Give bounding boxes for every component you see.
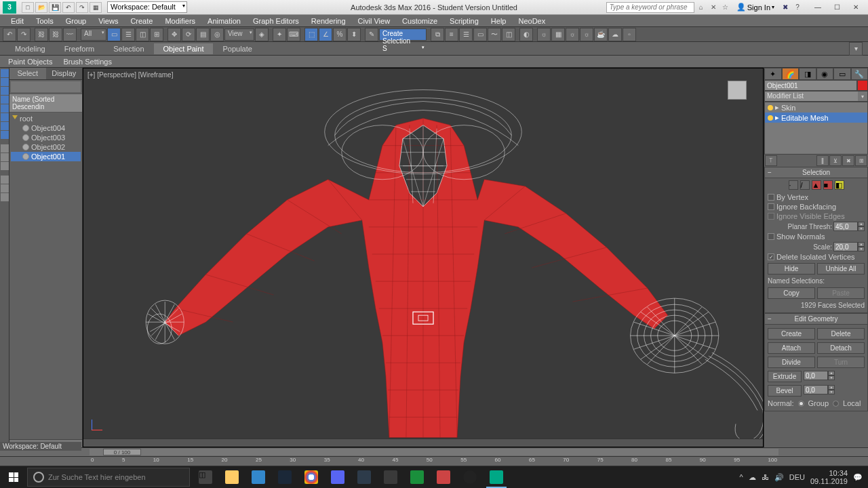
menu-neodex[interactable]: NeoDex (513, 16, 551, 26)
mirror-button[interactable]: ⧉ (431, 28, 444, 41)
ref-coord-dropdown[interactable]: View (224, 28, 254, 41)
language-icon[interactable]: DEU (789, 473, 805, 481)
help-search-input[interactable] (606, 2, 694, 13)
onedrive-icon[interactable]: ☁ (749, 473, 756, 482)
layer-tool-1[interactable] (1, 69, 9, 77)
select-object-button[interactable]: ▭ (107, 28, 121, 41)
spin-up[interactable]: ▲ (858, 222, 865, 226)
layer-tool-4[interactable] (1, 96, 9, 104)
delete-isolated-checkbox[interactable]: ✓ (768, 253, 774, 260)
tree-item-object002[interactable]: Object002 (11, 142, 81, 152)
favorites-icon[interactable]: ☆ (720, 2, 731, 13)
motion-tab[interactable]: ◉ (816, 68, 834, 80)
layer-tool-3[interactable] (1, 87, 9, 95)
ribbon-tab-populate[interactable]: Populate (213, 43, 261, 54)
display-tab[interactable]: ▭ (833, 68, 851, 80)
layer-tool-9[interactable] (1, 144, 9, 152)
scene-tab-select[interactable]: Select (9, 68, 46, 79)
menu-animation[interactable]: Animation (202, 16, 246, 26)
bevel-value-input[interactable] (804, 385, 828, 394)
manipulate-button[interactable]: ✦ (273, 28, 286, 41)
new-file-icon[interactable]: □ (22, 2, 34, 13)
layer-tool-7[interactable] (1, 122, 9, 130)
normals-scale-input[interactable] (833, 242, 858, 251)
close-button[interactable]: ✕ (846, 1, 865, 14)
taskbar-search[interactable]: Zur Suche Text hier eingeben (27, 468, 190, 487)
modifier-list-dropdown[interactable]: ▾ (858, 92, 867, 101)
menu-tools[interactable]: Tools (31, 16, 59, 26)
ribbon-menu-icon[interactable]: ▾ (849, 42, 863, 56)
render-button[interactable]: ☕ (594, 28, 608, 41)
menu-customize[interactable]: Customize (397, 16, 443, 26)
open-autodesk-button[interactable]: ▫ (623, 28, 636, 41)
face-subobj-icon[interactable]: ▲ (812, 180, 821, 190)
layers-button[interactable]: ☰ (459, 28, 473, 41)
polygon-subobj-icon[interactable]: ■ (823, 180, 833, 190)
undo-button[interactable]: ↶ (3, 28, 16, 41)
selection-filter-dropdown[interactable]: All (81, 28, 106, 41)
obs-icon[interactable] (457, 466, 483, 488)
toggle-ribbon-button[interactable]: ▭ (473, 28, 487, 41)
discord-icon[interactable] (325, 466, 351, 488)
app-icon-4[interactable] (431, 466, 456, 488)
delete-button[interactable]: Delete (817, 328, 865, 340)
redo-icon[interactable]: ↷ (76, 2, 88, 13)
task-view-button[interactable]: ◫ (193, 466, 218, 488)
align-button[interactable]: ≡ (445, 28, 458, 41)
scale-button[interactable]: ▤ (196, 28, 210, 41)
viewport-scrollbar-h[interactable] (83, 439, 763, 447)
ribbon-tab-modeling[interactable]: Modeling (5, 43, 55, 54)
material-editor-button[interactable]: ◐ (519, 28, 533, 41)
placement-button[interactable]: ◎ (210, 28, 224, 41)
modifier-skin[interactable]: ▸Skin (765, 102, 867, 113)
menu-help[interactable]: Help (486, 16, 512, 26)
layer-tool-10[interactable] (1, 153, 9, 161)
edit-named-sel-button[interactable]: ✎ (365, 28, 378, 41)
layer-tool-5[interactable] (1, 104, 9, 113)
explorer-icon[interactable] (219, 466, 245, 488)
time-slider-thumb[interactable]: 0 / 100 (103, 449, 141, 455)
tree-item-root[interactable]: root (11, 114, 81, 123)
menu-civil-view[interactable]: Civil View (353, 16, 395, 26)
clock[interactable]: 10:3409.11.2019 (810, 469, 848, 485)
show-normals-checkbox[interactable] (768, 233, 774, 240)
copy-button[interactable]: Copy (768, 287, 815, 299)
by-vertex-checkbox[interactable] (768, 194, 774, 201)
infocenter-icon[interactable]: ⌂ (696, 2, 707, 13)
lightbulb-icon[interactable] (768, 115, 773, 121)
store-icon[interactable] (245, 466, 271, 488)
notifications-icon[interactable]: 💬 (853, 473, 863, 482)
spin-down[interactable]: ▼ (858, 226, 865, 231)
rotate-button[interactable]: ⟳ (182, 28, 195, 41)
signin-button[interactable]: 👤Sign In▾ (732, 3, 778, 12)
menu-views[interactable]: Views (93, 16, 123, 26)
help-icon[interactable]: ? (792, 2, 803, 13)
show-end-result-button[interactable]: ǁ (816, 155, 829, 166)
render-setup-button[interactable]: ☼ (537, 28, 551, 41)
tree-item-object001[interactable]: Object001 (11, 152, 81, 161)
start-button[interactable] (0, 466, 27, 488)
planar-thresh-input[interactable] (833, 222, 858, 231)
app-icon-2[interactable] (378, 466, 403, 488)
volume-icon[interactable]: 🔊 (774, 473, 784, 482)
keyboard-shortcut-button[interactable]: ⌨ (287, 28, 300, 41)
snap-toggle-button[interactable]: ⬚ (304, 28, 318, 41)
hierarchy-tab[interactable]: ◨ (799, 68, 816, 80)
menu-create[interactable]: Create (125, 16, 158, 26)
lightbulb-icon[interactable] (768, 105, 773, 110)
window-crossing-button[interactable]: ⊞ (150, 28, 163, 41)
modifier-stack[interactable]: ▸Skin▸Editable Mesh (764, 102, 868, 155)
selection-rollout-header[interactable]: Selection (765, 167, 867, 178)
angle-snap-button[interactable]: ∠ (319, 28, 332, 41)
minimize-button[interactable]: — (808, 1, 827, 14)
object-color-swatch[interactable] (857, 80, 868, 91)
layer-tool-13[interactable] (1, 184, 9, 192)
curve-editor-button[interactable]: 〜 (488, 28, 501, 41)
remove-modifier-button[interactable]: ✖ (842, 155, 854, 166)
detach-button[interactable]: Detach (817, 342, 865, 354)
pin-stack-button[interactable]: ⟙ (765, 155, 777, 166)
extrude-button[interactable]: Extrude (768, 371, 802, 382)
layer-tool-8[interactable] (1, 131, 9, 139)
layer-tool-11[interactable] (1, 162, 9, 170)
unlink-button[interactable]: ⛓ (49, 28, 62, 41)
